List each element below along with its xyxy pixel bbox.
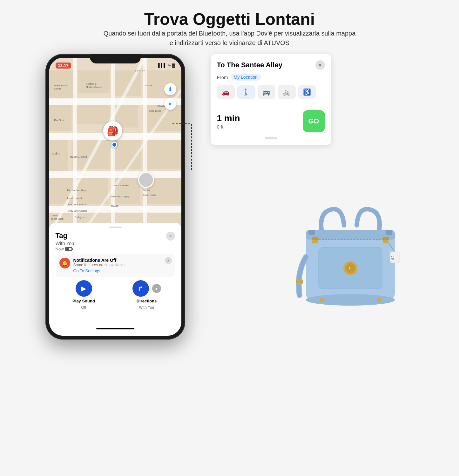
svg-rect-60 <box>312 240 318 243</box>
dashed-connector <box>172 124 211 187</box>
svg-rect-63 <box>382 237 389 240</box>
from-label: From <box>217 75 228 80</box>
svg-text:City Ma...: City Ma... <box>143 189 152 192</box>
svg-text:PacSun: PacSun <box>54 119 64 122</box>
tag-bottom-panel: Tag With You Now × <box>49 223 181 336</box>
page-subtitle: Quando sei fuori dalla portata del Bluet… <box>103 29 357 48</box>
tag-info: Tag With You Now <box>56 232 74 251</box>
nav-close-button[interactable]: × <box>315 60 325 70</box>
svg-rect-2 <box>78 70 110 93</box>
tag-header: Tag With You Now × <box>56 232 175 251</box>
phone-wrapper: 12:17 ▌▌▌ ∿ ▓ <box>39 54 192 340</box>
directions-gray-dot: ● <box>152 284 161 293</box>
nav-card-divider <box>217 105 325 105</box>
svg-text:Tenzin Imports: Tenzin Imports <box>67 197 83 200</box>
play-sound-sub: Off <box>81 305 86 310</box>
play-sound-button[interactable]: ▶ Play Sound Off <box>56 280 112 310</box>
panel-handle <box>109 227 122 228</box>
svg-text:DTLA Smokes: DTLA Smokes <box>113 184 129 187</box>
nav-card-handle <box>265 137 277 139</box>
notification-subtitle: Some features aren't available <box>73 263 125 267</box>
status-icons: ▌▌▌ ∿ ▓ <box>158 63 175 68</box>
svg-text:Callejones: Callejones <box>75 216 86 219</box>
svg-rect-67 <box>386 230 392 235</box>
bell-icon: 🔔 <box>62 260 68 266</box>
svg-rect-5 <box>49 105 71 131</box>
directions-button[interactable]: ↱ ● Directions With You <box>118 280 175 310</box>
svg-text:Social House: Social House <box>143 194 156 196</box>
svg-text:Honey Love Apparel: Honey Love Apparel <box>67 210 87 212</box>
status-time: 12:17 <box>56 63 71 69</box>
page-header: Trova Oggetti Lontani Quando sei fuori d… <box>103 10 357 48</box>
user-location-dot <box>111 142 117 148</box>
main-content: 12:17 ▌▌▌ ∿ ▓ <box>39 54 420 340</box>
location-arrow-icon: ➤ <box>168 101 172 106</box>
svg-text:California: California <box>86 83 97 85</box>
svg-text:Rage Ground: Rage Ground <box>70 155 87 158</box>
svg-text:AТU: AТU <box>391 255 394 257</box>
svg-rect-9 <box>49 140 68 172</box>
location-badge[interactable]: My Location <box>231 74 261 81</box>
transport-car-button[interactable]: 🚗 <box>217 85 235 99</box>
svg-text:Matte Black: Matte Black <box>54 84 68 87</box>
right-panel: To The Santee Alley × From My Location 🚗… <box>192 54 420 340</box>
travel-time: 1 min <box>217 113 240 123</box>
svg-text:Tailor Shop: Tailor Shop <box>51 217 64 220</box>
svg-text:DAMA: DAMA <box>111 205 119 208</box>
time-go-row: 1 min 0 ft GO <box>217 110 325 132</box>
panel-close-button[interactable]: × <box>166 232 175 241</box>
notification-title: Notifications Are Off <box>73 258 125 263</box>
nav-card-header: To The Santee Alley × <box>217 60 325 70</box>
svg-rect-62 <box>383 240 388 243</box>
notification-text: Notifications Are Off Some features aren… <box>73 258 125 273</box>
backpack-icon: 🎒 <box>103 121 122 140</box>
svg-rect-18 <box>49 98 181 105</box>
svg-text:VOS: VOS <box>391 258 394 260</box>
map-location-button[interactable]: ➤ <box>164 98 176 110</box>
svg-point-53 <box>306 294 395 306</box>
svg-rect-10 <box>71 140 110 169</box>
page-title: Trova Oggetti Lontani <box>103 10 357 29</box>
svg-rect-54 <box>306 230 395 240</box>
map-info-button[interactable]: ℹ <box>164 83 176 95</box>
svg-rect-22 <box>73 58 77 235</box>
travel-distance: 0 ft <box>217 124 240 129</box>
svg-text:Mex Peru Gipsy: Mex Peru Gipsy <box>111 195 129 198</box>
info-icon: ℹ <box>169 86 171 93</box>
transport-bike-button[interactable]: 🚲 <box>278 85 296 99</box>
notification-bell-icon: 🔔 <box>59 258 70 268</box>
svg-text:✦: ✦ <box>348 266 352 271</box>
transport-walk-button[interactable]: 🚶 <box>237 85 255 99</box>
go-button[interactable]: GO <box>303 110 325 132</box>
from-row: From My Location <box>217 74 325 81</box>
svg-rect-61 <box>312 237 319 240</box>
svg-text:ONE OFF eclectic: ONE OFF eclectic <box>67 203 87 206</box>
svg-text:E 9TH ST: E 9TH ST <box>135 70 145 72</box>
directions-label: Directions <box>137 299 157 303</box>
notification-row: 🔔 Notifications Are Off Some features ar… <box>56 254 175 277</box>
home-indicator <box>96 328 134 329</box>
time-info: 1 min 0 ft <box>217 113 240 129</box>
settings-link[interactable]: Go To Settings <box>73 268 125 273</box>
play-sound-label: Play Sound <box>72 299 95 303</box>
svg-text:Carlos: Carlos <box>51 214 58 217</box>
transport-accessible-button[interactable]: ♿ <box>298 85 316 99</box>
play-sound-icon: ▶ <box>76 280 92 297</box>
wifi-icon: ∿ <box>168 63 171 68</box>
transport-transit-button[interactable]: 🚌 <box>258 85 275 99</box>
svg-point-65 <box>377 298 381 302</box>
backpack-marker[interactable]: 🎒 <box>103 121 122 140</box>
signal-icon: ▌▌▌ <box>158 63 166 68</box>
navigation-card: To The Santee Alley × From My Location 🚗… <box>211 54 331 145</box>
svg-text:Cabra: Cabra <box>52 152 60 155</box>
handbag-image: ✦ AТU VOS <box>290 194 411 327</box>
svg-point-70 <box>389 250 391 253</box>
svg-text:Coffee: Coffee <box>54 87 62 90</box>
svg-point-64 <box>320 298 324 302</box>
tag-name: Tag <box>56 232 74 240</box>
notification-close-button[interactable]: × <box>165 257 172 264</box>
svg-text:Market Center: Market Center <box>86 86 102 89</box>
battery-now-label: Now <box>56 247 64 251</box>
svg-text:The Santee Alley: The Santee Alley <box>67 189 86 192</box>
directions-icon: ↱ <box>132 280 149 297</box>
